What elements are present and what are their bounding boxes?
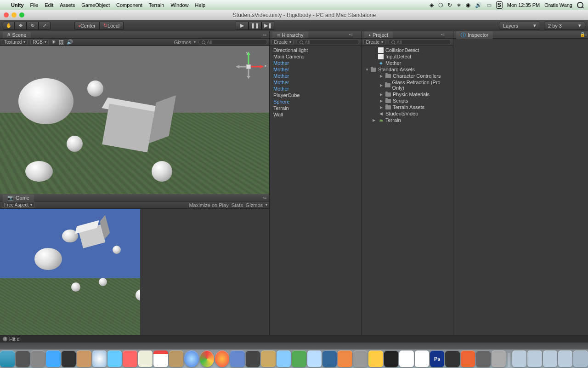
panel-options-icon[interactable]: ▪≡ [349,32,353,37]
s-icon[interactable]: S [496,1,503,9]
hierarchy-search[interactable]: All [296,39,359,45]
hierarchy-item[interactable]: Sphere [270,98,361,105]
dock-preview[interactable] [399,351,413,367]
dock-app1[interactable] [230,351,244,367]
hierarchy-item[interactable]: Main Camera [270,53,361,60]
pause-button[interactable]: ❚❚ [249,22,261,30]
hierarchy-item[interactable]: Mother [270,86,361,92]
dock-app6[interactable] [322,351,337,367]
hierarchy-item[interactable]: Directional light [270,47,361,53]
dock-folder4[interactable] [558,351,572,367]
dock-terminal[interactable] [384,351,398,367]
scene-rendermode-dropdown[interactable]: RGB [30,39,49,45]
game-aspect-dropdown[interactable]: Free Aspect [2,202,34,208]
hierarchy-tab[interactable]: ≡Hierarchy [272,32,308,38]
spotlight-icon[interactable] [577,2,583,8]
scene-image-toggle[interactable]: 🖼 [59,40,64,45]
dock-app10[interactable] [476,351,490,367]
scene-shading-dropdown[interactable]: Textured [2,39,28,45]
game-stats[interactable]: Stats [232,202,243,208]
dock-photoshop[interactable]: Ps [430,351,444,367]
hand-tool[interactable]: ✋ [3,22,15,30]
scene-light-toggle[interactable]: ☀ [51,39,56,45]
sync-icon[interactable]: ↻ [447,2,452,8]
project-tab[interactable]: ▪Project [364,32,393,38]
inspector-tab[interactable]: ⓘInspector [456,31,493,39]
dock-folder1[interactable] [512,351,526,367]
project-item[interactable]: JSCollisionDetect [362,47,453,53]
game-view[interactable] [0,209,269,342]
dock-itunes[interactable] [184,351,198,367]
pivot-center-toggle[interactable]: ▪Center [74,22,100,30]
hierarchy-item[interactable]: Mother [270,60,361,66]
battery-icon[interactable]: ▭ [486,2,492,8]
dock-mail[interactable] [77,351,91,367]
dock-trash[interactable] [573,351,588,367]
project-item[interactable]: ◈Mother [362,60,453,66]
menubar-clock[interactable]: Mon 12:35 PM [507,2,540,8]
dock-app8[interactable] [368,351,383,367]
step-button[interactable]: ▶❚ [261,22,274,30]
dock-app9[interactable] [461,351,475,367]
dock-app7[interactable] [338,351,352,367]
scene-gizmos-dropdown[interactable]: Gizmos [174,40,191,45]
scene-audio-toggle[interactable]: 🔊 [67,39,73,45]
project-create-dropdown[interactable]: Create [363,39,385,45]
dock-folder2[interactable] [527,351,542,367]
scene-view[interactable]: y x [0,46,269,194]
menu-file[interactable]: File [30,2,39,8]
dock-app2[interactable] [246,351,260,367]
project-search[interactable]: All [388,39,451,45]
hierarchy-item[interactable]: Wall [270,111,361,118]
hierarchy-create-dropdown[interactable]: Create [271,39,294,45]
project-item[interactable]: ▶Physic Materials [362,91,453,98]
project-item[interactable]: ▶⛰Terrain [362,117,453,123]
panel-options-icon[interactable]: ▪≡ [263,33,266,37]
layers-dropdown[interactable]: Layers▾ [499,22,540,30]
dock-addressbook[interactable] [169,351,183,367]
project-item[interactable]: ▶Glass Refraction (Pro Only) [362,79,453,91]
dock-app11[interactable] [492,351,506,367]
volume-icon[interactable]: 🔊 [475,2,482,8]
dock-photobooth[interactable] [123,351,137,367]
zoom-button[interactable] [19,12,24,17]
menu-terrain[interactable]: Terrain [149,2,164,8]
hierarchy-list[interactable]: Directional lightMain CameraMotherMother… [270,46,361,342]
project-item[interactable]: JSInputDetect [362,53,453,60]
project-item[interactable]: ▶Terrain Assets [362,104,453,110]
menu-edit[interactable]: Edit [45,2,53,8]
scene-search[interactable]: All [198,39,267,45]
minimize-button[interactable] [11,12,17,17]
menu-component[interactable]: Component [116,2,142,8]
dock-xcode[interactable] [277,351,291,367]
dock-dashboard[interactable] [16,351,30,367]
game-tab[interactable]: 📷Game [3,195,34,201]
menu-gameobject[interactable]: GameObject [81,2,110,8]
dock-finder[interactable] [0,351,14,367]
dock-systempreferences[interactable] [353,351,368,367]
dock-launchpad[interactable] [31,351,45,367]
wifi-icon[interactable]: ◉ [466,2,470,8]
hierarchy-item[interactable]: Terrain [270,105,361,111]
project-item[interactable]: ▶Scripts [362,98,453,104]
move-tool[interactable]: ✥ [15,22,27,30]
menu-window[interactable]: Window [170,2,188,8]
dock-missioncontrol[interactable] [62,351,76,367]
project-list[interactable]: JSCollisionDetectJSInputDetect◈Mother▼St… [362,46,453,342]
dock-safari[interactable] [92,351,107,367]
play-button[interactable]: ▶ [236,22,249,30]
project-item[interactable]: ◀StudentsVideo [362,110,453,117]
menu-app[interactable]: Unity [11,2,24,8]
menu-assets[interactable]: Assets [60,2,75,8]
scene-gizmo[interactable]: y x [232,51,265,83]
dock-app3[interactable] [261,351,275,367]
layout-dropdown[interactable]: 2 by 3▾ [544,22,585,30]
dock-qq[interactable] [415,351,429,367]
dock-app5[interactable] [307,351,322,367]
dock-reminders[interactable] [138,351,153,367]
scale-tool[interactable]: ⤢ [39,22,51,30]
shield-icon[interactable]: ◈ [430,2,434,8]
dock-unity[interactable] [445,351,459,367]
menubar-user[interactable]: Oratis Wang [544,2,572,8]
project-item[interactable]: ▶Character Controllers [362,73,453,79]
